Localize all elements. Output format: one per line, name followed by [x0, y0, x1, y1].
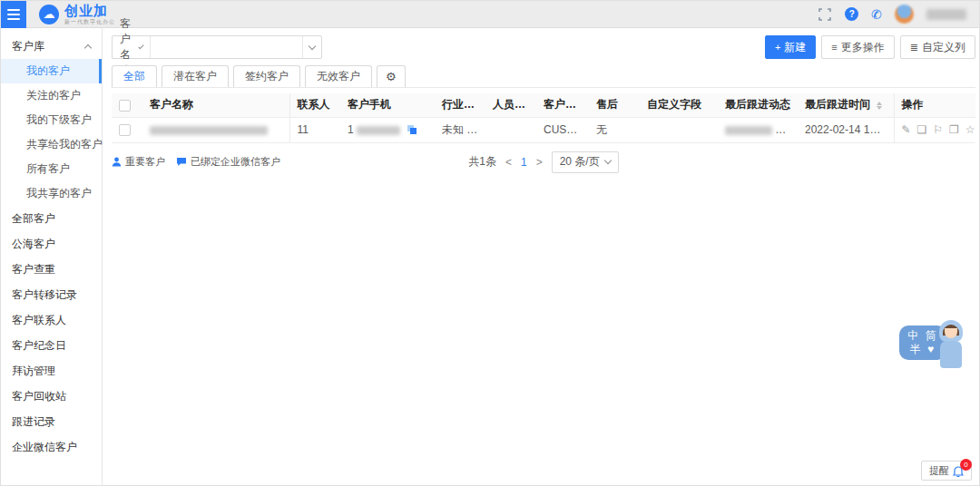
sidebar-item-public-pool[interactable]: 公海客户 — [1, 231, 102, 257]
sidebar-item-contacts[interactable]: 客户联系人 — [1, 307, 102, 333]
sidebar-item-subordinate-customers[interactable]: 我的下级客户 — [1, 108, 102, 132]
app-name: 创业加 — [64, 4, 115, 17]
chevron-down-icon — [603, 157, 611, 164]
help-icon[interactable]: ? — [845, 7, 858, 21]
col-last-followup-time[interactable]: 最后跟进时间 — [798, 93, 894, 117]
customize-columns-button[interactable]: ≣ 自定义列 — [900, 35, 975, 59]
avatar[interactable] — [895, 5, 914, 24]
search-input[interactable] — [151, 36, 302, 58]
edit-icon[interactable]: ✎ — [902, 123, 911, 136]
phone-icon[interactable]: ✆ — [871, 7, 882, 22]
chevron-down-icon — [138, 43, 143, 48]
clipboard-icon[interactable]: ❐ — [949, 123, 959, 136]
col-actions: 操作 — [894, 93, 975, 117]
tab-potential[interactable]: 潜在客户 — [162, 65, 229, 87]
top-bar: ☁ 创业加 新一代数字化办公 ? ✆ — [1, 1, 979, 28]
sidebar-item-shared-to-me[interactable]: 共享给我的客户 — [1, 132, 102, 157]
username-redacted — [926, 9, 966, 20]
col-last-followup: 最后跟进动态 — [718, 93, 798, 117]
sidebar-item-wechat-customers[interactable]: 企业微信客户 — [1, 434, 102, 460]
sidebar-item-all-customers-sub[interactable]: 所有客户 — [1, 157, 102, 181]
select-all-checkbox[interactable] — [119, 100, 131, 112]
document-icon[interactable]: ❏ — [917, 123, 927, 136]
cell-customer-no: CUST01... — [536, 117, 589, 142]
pagination: 共1条 < 1 > 20 条/页 — [468, 151, 618, 173]
hamburger-menu-button[interactable] — [1, 1, 26, 28]
copy-icon[interactable] — [407, 125, 417, 135]
followup-redacted — [725, 126, 772, 135]
filter-field-select[interactable]: 客户名称 — [113, 36, 151, 58]
sidebar-item-followup-records[interactable]: 跟进记录 — [1, 409, 102, 434]
table-footer: 重要客户 已绑定企业微信客户 共1条 < 1 > 20 条/页 — [112, 151, 975, 173]
cell-followup-time: 2022-02-14 10:28:53 — [798, 117, 894, 142]
sidebar-item-followed-customers[interactable]: 关注的客户 — [1, 83, 102, 108]
cloud-logo-icon: ☁ — [39, 5, 59, 24]
sidebar-item-visit-management[interactable]: 拜访管理 — [1, 358, 102, 384]
col-custom-field: 自定义字段 — [640, 93, 718, 117]
row-actions: ✎ ❏ ⚐ ❐ ☆ — [902, 123, 969, 136]
prev-page-button[interactable]: < — [505, 156, 512, 169]
next-page-button[interactable]: > — [536, 156, 543, 169]
reminder-label: 提醒 — [929, 464, 949, 478]
mascot-character — [937, 320, 965, 369]
sort-icon[interactable] — [877, 102, 882, 110]
more-actions-button[interactable]: ≡ 更多操作 — [821, 35, 894, 59]
sidebar-item-anniversaries[interactable]: 客户纪念日 — [1, 333, 102, 358]
chevron-up-icon — [84, 44, 92, 51]
col-industry: 行业类别 — [435, 93, 485, 117]
table-header-row: 客户名称 联系人 客户手机 行业类别 人员规模 客户编号 售后 自定义字段 最后… — [112, 93, 975, 117]
current-page[interactable]: 1 — [521, 156, 527, 169]
app-tagline: 新一代数字化办公 — [64, 19, 115, 24]
sidebar: 客户库 我的客户 关注的客户 我的下级客户 共享给我的客户 所有客户 我共享的客… — [1, 28, 103, 486]
chevron-down-icon — [309, 42, 316, 49]
plus-icon: + — [775, 42, 780, 53]
sidebar-item-transfer-records[interactable]: 客户转移记录 — [1, 282, 102, 307]
col-aftersale: 售后 — [589, 93, 640, 117]
flag-icon[interactable]: ⚐ — [933, 123, 943, 136]
app-logo: ☁ 创业加 新一代数字化办公 — [39, 4, 115, 24]
legend-important-label: 重要客户 — [125, 155, 165, 169]
tab-signed[interactable]: 签约客户 — [233, 65, 300, 87]
person-icon — [112, 157, 122, 167]
legend-wechat-label: 已绑定企业微信客户 — [191, 155, 280, 169]
customize-columns-icon: ≣ — [910, 42, 918, 53]
bell-icon: 0 — [953, 465, 964, 477]
app-window: ☁ 创业加 新一代数字化办公 ? ✆ 客户库 我的客户 — [0, 0, 980, 486]
sidebar-item-my-customers[interactable]: 我的客户 — [1, 59, 102, 83]
reminder-button[interactable]: 提醒 0 — [921, 461, 972, 481]
col-contact: 联系人 — [289, 93, 340, 117]
tab-settings[interactable]: ⚙ — [377, 65, 406, 87]
col-headcount: 人员规模 — [485, 93, 536, 117]
customize-columns-label: 自定义列 — [922, 40, 965, 55]
tab-invalid[interactable]: 无效客户 — [305, 65, 372, 87]
cell-phone: 1 — [340, 117, 435, 142]
sidebar-item-recycle-bin[interactable]: 客户回收站 — [1, 384, 102, 409]
pagination-total: 共1条 — [468, 154, 496, 170]
cell-contact: 11 — [289, 117, 340, 142]
col-phone: 客户手机 — [340, 93, 435, 117]
col-customer-name: 客户名称 — [142, 93, 289, 117]
cell-industry: 未知 (... — [435, 117, 485, 142]
filter-expand-button[interactable] — [302, 36, 321, 58]
cell-custom-field — [640, 117, 718, 142]
legend: 重要客户 已绑定企业微信客户 — [112, 155, 280, 169]
table-row[interactable]: 11 1 未知 (... CUST01... 无 0 — [112, 117, 975, 142]
sidebar-group-customer-library[interactable]: 客户库 — [1, 34, 102, 59]
mascot-widget[interactable]: 中 筒 半 ♥ — [899, 320, 965, 371]
notification-badge: 0 — [960, 459, 972, 471]
main-content: 客户名称 + 新建 ≡ 更多操作 — [103, 28, 980, 486]
sidebar-item-all-customers[interactable]: 全部客户 — [1, 206, 102, 231]
wechat-icon — [176, 157, 187, 167]
search-filter-control: 客户名称 — [112, 35, 322, 59]
star-icon[interactable]: ☆ — [965, 123, 975, 136]
sidebar-item-dedup-check[interactable]: 客户查重 — [1, 257, 102, 282]
sidebar-item-my-shared[interactable]: 我共享的客户 — [1, 181, 102, 206]
cell-headcount — [485, 117, 536, 142]
create-button[interactable]: + 新建 — [765, 35, 816, 59]
row-checkbox[interactable] — [119, 124, 131, 136]
tab-all[interactable]: 全部 — [112, 65, 157, 87]
phone-redacted — [357, 126, 400, 135]
customer-table: 客户名称 联系人 客户手机 行业类别 人员规模 客户编号 售后 自定义字段 最后… — [112, 93, 975, 143]
fullscreen-icon[interactable] — [818, 7, 832, 22]
page-size-select[interactable]: 20 条/页 — [552, 151, 619, 173]
